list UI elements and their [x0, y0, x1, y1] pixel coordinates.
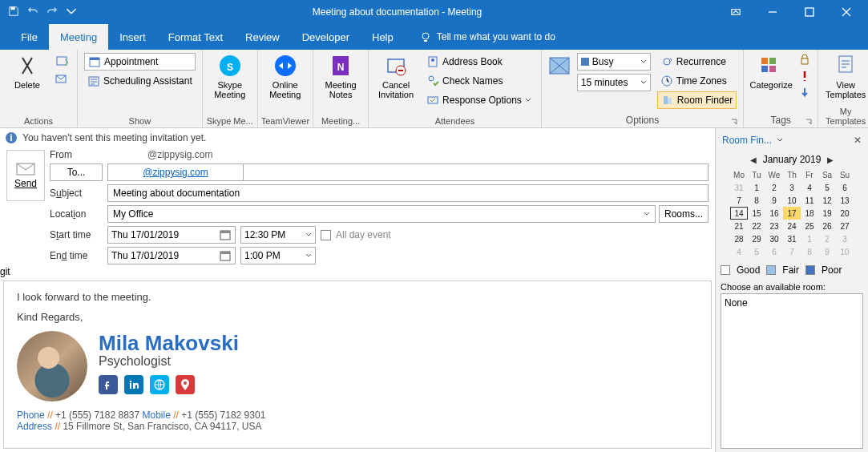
calendar-day[interactable]: 15	[748, 207, 765, 220]
calendar-day[interactable]: 11	[801, 194, 818, 207]
recurrence-button[interactable]: Recurrence	[657, 53, 737, 71]
forward-icon[interactable]	[55, 73, 71, 88]
calendar-day[interactable]: 27	[836, 220, 854, 232]
maximize-button[interactable]	[791, 0, 828, 24]
rooms-button[interactable]: Rooms...	[659, 205, 709, 223]
response-options-button[interactable]: Response Options	[423, 91, 535, 109]
linkedin-icon[interactable]	[124, 375, 143, 394]
calendar[interactable]: MoTuWeThFrSaSu 3112345678910111213141516…	[730, 168, 854, 258]
calendar-day[interactable]: 4	[801, 181, 818, 194]
calendar-day[interactable]: 17	[783, 207, 801, 220]
save-icon[interactable]	[8, 6, 19, 19]
tab-meeting[interactable]: Meeting	[49, 24, 108, 50]
facebook-icon[interactable]	[99, 375, 118, 394]
calendar-day[interactable]: 18	[801, 207, 818, 220]
close-panel-icon[interactable]: ✕	[854, 135, 862, 146]
online-meeting-button[interactable]: Online Meeting	[261, 51, 309, 101]
view-templates-button[interactable]: View Templates	[822, 51, 868, 101]
calendar-day[interactable]: 6	[836, 181, 854, 194]
calendar-day[interactable]: 22	[748, 220, 765, 232]
to-field[interactable]: @zippysig.com	[107, 163, 244, 181]
location-field[interactable]: My Office	[107, 205, 656, 223]
all-day-checkbox[interactable]	[321, 230, 331, 240]
calendar-day[interactable]: 7	[783, 245, 801, 258]
calendar-day[interactable]: 12	[818, 194, 836, 207]
calendar-day[interactable]: 4	[730, 245, 748, 258]
dialog-launcher-icon[interactable]	[730, 118, 738, 126]
calendar-day[interactable]: 10	[836, 245, 854, 258]
qat-dropdown-icon[interactable]	[66, 6, 77, 19]
skype-meeting-button[interactable]: S Skype Meeting	[206, 51, 254, 101]
calendar-day[interactable]: 9	[765, 194, 783, 207]
calendar-day[interactable]: 7	[730, 194, 748, 207]
address-book-button[interactable]: Address Book	[423, 53, 535, 71]
prev-month-button[interactable]: ◀	[750, 155, 757, 164]
close-button[interactable]	[828, 0, 865, 24]
show-as-dropdown[interactable]: Busy	[577, 53, 651, 71]
time-zones-button[interactable]: Time Zones	[657, 72, 737, 90]
calendar-day[interactable]: 13	[836, 194, 854, 207]
calendar-day[interactable]: 2	[765, 181, 783, 194]
check-names-button[interactable]: Check Names	[423, 72, 535, 90]
subject-field[interactable]: Meeting about documentation	[107, 184, 709, 202]
calendar-day[interactable]: 3	[836, 232, 854, 245]
message-body[interactable]: I look forward to the meeting. Kind Rega…	[3, 280, 712, 449]
calendar-day[interactable]: 14	[730, 207, 748, 220]
reminder-dropdown[interactable]: 15 minutes	[577, 74, 651, 91]
next-month-button[interactable]: ▶	[827, 155, 834, 164]
calendar-day[interactable]: 31	[783, 232, 801, 245]
calendar-day[interactable]: 25	[801, 220, 818, 232]
calendar-day[interactable]: 9	[818, 245, 836, 258]
calendar-day[interactable]: 31	[730, 181, 748, 194]
room-finder-button[interactable]: Room Finder	[657, 91, 737, 109]
private-icon[interactable]	[798, 53, 811, 68]
tab-developer[interactable]: Developer	[291, 24, 361, 50]
minimize-button[interactable]	[754, 0, 791, 24]
low-importance-icon[interactable]	[798, 87, 811, 102]
to-field-extra[interactable]	[243, 163, 709, 181]
calendar-day[interactable]: 21	[730, 220, 748, 232]
cancel-invitation-button[interactable]: Cancel Invitation	[372, 51, 420, 101]
appointment-button[interactable]: Appointment	[84, 53, 196, 71]
calendar-day[interactable]: 5	[748, 245, 765, 258]
tab-review[interactable]: Review	[234, 24, 291, 50]
calendar-day[interactable]: 8	[801, 245, 818, 258]
high-importance-icon[interactable]	[798, 70, 811, 85]
calendar-day[interactable]: 8	[748, 194, 765, 207]
calendar-day[interactable]: 1	[748, 181, 765, 194]
calendar-day[interactable]: 20	[836, 207, 854, 220]
calendar-day[interactable]: 19	[818, 207, 836, 220]
calendar-day[interactable]: 10	[783, 194, 801, 207]
send-button[interactable]: Send	[6, 150, 45, 201]
map-icon[interactable]	[176, 375, 195, 394]
calendar-day[interactable]: 2	[818, 232, 836, 245]
calendar-day[interactable]: 1	[801, 232, 818, 245]
website-icon[interactable]	[150, 375, 169, 394]
copy-calendar-icon[interactable]	[55, 53, 71, 71]
redo-icon[interactable]	[46, 6, 58, 19]
start-time-field[interactable]: 12:30 PM	[240, 226, 316, 244]
room-list[interactable]: None	[721, 293, 863, 449]
calendar-day[interactable]: 6	[765, 245, 783, 258]
calendar-day[interactable]: 16	[765, 207, 783, 220]
calendar-day[interactable]: 29	[748, 232, 765, 245]
tell-me[interactable]: Tell me what you want to do	[405, 24, 555, 50]
dialog-launcher-icon[interactable]	[805, 118, 813, 126]
tab-format-text[interactable]: Format Text	[157, 24, 234, 50]
calendar-day[interactable]: 26	[818, 220, 836, 232]
tab-help[interactable]: Help	[361, 24, 405, 50]
delete-button[interactable]: Delete	[3, 51, 51, 91]
end-date-field[interactable]: Thu 17/01/2019	[107, 247, 236, 264]
end-time-field[interactable]: 1:00 PM	[240, 247, 316, 264]
undo-icon[interactable]	[27, 6, 38, 19]
ribbon-display-icon[interactable]	[717, 0, 754, 24]
calendar-day[interactable]: 3	[783, 181, 801, 194]
calendar-day[interactable]: 28	[730, 232, 748, 245]
calendar-day[interactable]: 24	[783, 220, 801, 232]
show-as-button[interactable]	[545, 51, 574, 80]
calendar-day[interactable]: 23	[765, 220, 783, 232]
meeting-notes-button[interactable]: N Meeting Notes	[317, 51, 365, 101]
to-button[interactable]: To...	[50, 163, 103, 181]
chevron-down-icon[interactable]	[777, 137, 783, 143]
calendar-day[interactable]: 5	[818, 181, 836, 194]
